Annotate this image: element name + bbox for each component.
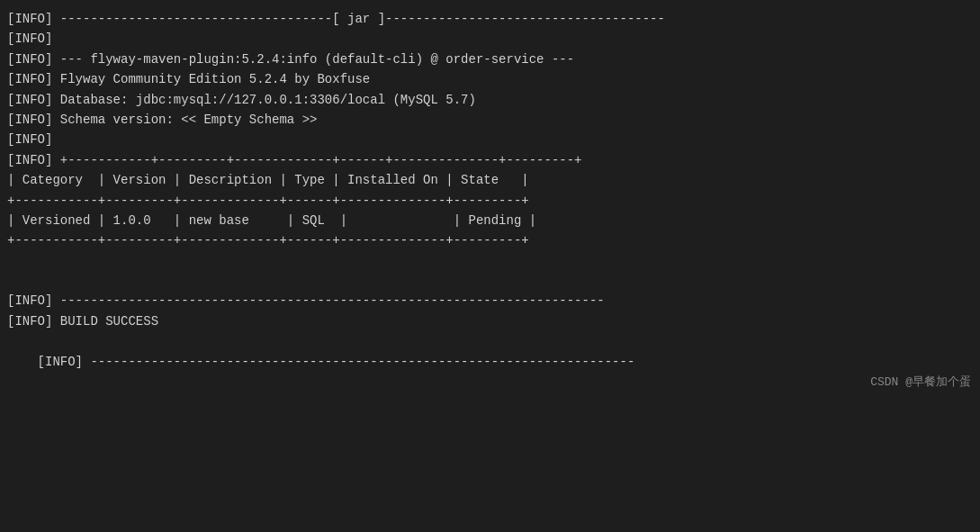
terminal-line: [INFO] Database: jdbc:mysql://127.0.0.1:… <box>0 90 980 110</box>
terminal-line: +-----------+---------+-------------+---… <box>0 230 980 250</box>
terminal-line: [INFO] --- flyway-maven-plugin:5.2.4:inf… <box>0 50 980 69</box>
terminal-line-last: [INFO] ---------------------------------… <box>0 331 980 392</box>
terminal-line: [INFO] <box>0 130 980 149</box>
terminal-line: [INFO] Schema version: << Empty Schema >… <box>0 110 980 130</box>
watermark: CSDN @早餐加个蛋 <box>870 374 971 392</box>
terminal-line: [INFO] <box>0 29 980 49</box>
terminal-build-success: [INFO] BUILD SUCCESS <box>0 311 980 331</box>
terminal-line-empty <box>0 251 980 271</box>
terminal-line: [INFO] +-----------+---------+----------… <box>0 150 980 170</box>
terminal-window: [INFO] ---------------------------------… <box>0 0 980 532</box>
terminal-line-empty <box>0 271 980 291</box>
terminal-line: | Versioned | 1.0.0 | new base | SQL | |… <box>0 211 980 230</box>
terminal-line: +-----------+---------+-------------+---… <box>0 191 980 211</box>
terminal-line: [INFO] Flyway Community Edition 5.2.4 by… <box>0 69 980 89</box>
terminal-line: [INFO] ---------------------------------… <box>0 9 980 29</box>
terminal-line-text: [INFO] ---------------------------------… <box>38 355 635 369</box>
terminal-line: | Category | Version | Description | Typ… <box>0 170 980 190</box>
terminal-line: [INFO] ---------------------------------… <box>0 291 980 311</box>
